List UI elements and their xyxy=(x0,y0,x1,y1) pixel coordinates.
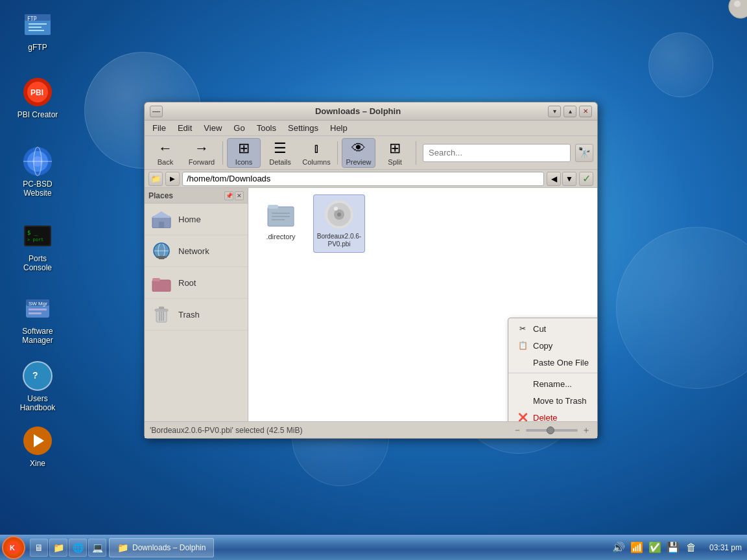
search-input[interactable] xyxy=(423,144,571,162)
svg-rect-21 xyxy=(29,309,47,310)
ctx-copy[interactable]: 📋 Copy Ctrl+C xyxy=(508,337,597,354)
zoom-slider[interactable] xyxy=(526,429,578,432)
desktop-icon-xine[interactable]: Xine xyxy=(12,425,64,468)
folder-up-icon: 📁 xyxy=(151,174,161,183)
svg-text:> port: > port xyxy=(27,237,43,242)
columns-icon: ⫾ xyxy=(313,140,320,157)
taskbar-terminal-button[interactable]: 💻 xyxy=(88,539,106,557)
file-item-bordeaux[interactable]: Bordeaux2.0.6-PV0.pbi xyxy=(313,194,365,253)
sidebar-item-home[interactable]: Home xyxy=(145,204,248,235)
taskbar-start-button[interactable]: K xyxy=(2,536,25,559)
back-icon: ← xyxy=(158,140,172,157)
dolphin-window: — Downloads – Dolphin ▾ ▴ ✕ File Edit Vi… xyxy=(144,102,598,439)
ctx-delete-label: Delete xyxy=(533,413,558,422)
tray-volume-icon[interactable]: 📶 xyxy=(629,540,645,555)
menu-go[interactable]: Go xyxy=(228,122,250,134)
toolbar-separator-2 xyxy=(337,141,338,165)
split-label: Split xyxy=(388,158,401,166)
taskbar-file-manager-button[interactable]: 📁 xyxy=(49,539,67,557)
ctx-move-to-trash[interactable]: Move to Trash Del xyxy=(508,392,597,409)
preview-icon: 👁 xyxy=(351,140,366,157)
forward-button[interactable]: → Forward xyxy=(185,138,219,168)
sidebar-close-button[interactable]: ✕ xyxy=(235,191,244,200)
ctx-rename-label: Rename... xyxy=(533,379,572,389)
desktop-icon-ports-console[interactable]: $ _ > port PortsConsole xyxy=(12,220,64,273)
location-dropdown-button[interactable]: ▼ xyxy=(562,172,576,186)
tray-network-icon[interactable]: 🔊 xyxy=(611,540,626,555)
file-item-directory[interactable]: .directory xyxy=(255,194,307,253)
svg-rect-4 xyxy=(29,27,42,28)
title-bar-right-controls: ▾ ▴ ✕ xyxy=(548,106,592,117)
location-up-button[interactable]: 📁 xyxy=(148,172,163,186)
svg-rect-5 xyxy=(29,30,44,31)
tray-usb-icon[interactable]: 💾 xyxy=(665,540,681,555)
system-tray: 🔊 📶 ✅ 💾 🗑 xyxy=(611,540,699,555)
taskbar-dolphin-window[interactable]: 📁 Downloads – Dolphin xyxy=(109,538,214,557)
desktop-icon-pcbsd[interactable]: PC-BSDWebsite xyxy=(12,146,64,198)
sidebar-item-root[interactable]: Root xyxy=(145,267,248,299)
zoom-in-button[interactable]: ＋ xyxy=(580,425,592,436)
software-manager-icon: SW Mgr xyxy=(22,293,53,324)
deco-bubble-7 xyxy=(648,32,713,97)
svg-point-60 xyxy=(334,207,338,211)
menu-file[interactable]: File xyxy=(147,122,171,134)
taskbar-quick-launch: 🖥 📁 🌐 💻 xyxy=(30,539,106,557)
status-text: 'Bordeaux2.0.6-PV0.pbi' selected (42.5 M… xyxy=(150,426,302,435)
preview-button[interactable]: 👁 Preview xyxy=(342,138,375,168)
desktop-icon-users-handbook[interactable]: ? UsersHandbook xyxy=(12,360,64,413)
svg-text:?: ? xyxy=(32,370,38,380)
ctx-rename[interactable]: Rename... F2 xyxy=(508,375,597,392)
maximize-button[interactable]: ▴ xyxy=(563,106,576,117)
details-button[interactable]: ☰ Details xyxy=(263,138,297,168)
network-icon xyxy=(151,240,172,261)
shade-button[interactable]: ▾ xyxy=(548,106,561,117)
zoom-out-button[interactable]: － xyxy=(512,425,523,436)
menu-edit[interactable]: Edit xyxy=(172,122,197,134)
taskbar-desktop-button[interactable]: 🖥 xyxy=(30,539,48,557)
desktop-icon-software-manager[interactable]: SW Mgr SoftwareManager xyxy=(12,293,64,345)
menu-view[interactable]: View xyxy=(198,122,227,134)
taskbar-dolphin-icon: 📁 xyxy=(117,542,128,553)
sidebar-pin-button[interactable]: 📌 xyxy=(224,191,233,200)
ctx-delete[interactable]: ❌ Delete Shift+Del xyxy=(508,409,597,421)
location-ok-button[interactable]: ✓ xyxy=(579,172,593,186)
delete-icon: ❌ xyxy=(517,412,528,421)
location-nav-controls: ◀ ▼ xyxy=(547,172,576,186)
icons-button[interactable]: ⊞ Icons xyxy=(227,138,261,168)
menu-tools[interactable]: Tools xyxy=(252,122,281,134)
trash-icon xyxy=(151,304,172,325)
main-content: Places 📌 ✕ Home xyxy=(145,188,597,421)
tray-update-icon[interactable]: ✅ xyxy=(647,540,663,555)
desktop: FTP gFTP PBI PBI Creator xyxy=(0,0,747,560)
sidebar-home-label: Home xyxy=(178,215,201,224)
ctx-paste-one-file[interactable]: Paste One File Ctrl+V xyxy=(508,354,597,371)
search-button[interactable]: 🔭 xyxy=(575,144,593,162)
home-folder-icon xyxy=(151,209,172,229)
split-button[interactable]: ⊞ Split xyxy=(378,138,412,168)
svg-rect-46 xyxy=(159,307,164,309)
users-handbook-label: UsersHandbook xyxy=(20,394,56,413)
minimize-button[interactable]: — xyxy=(150,106,163,117)
top-right-decoration xyxy=(715,0,747,32)
sidebar-trash-label: Trash xyxy=(178,310,200,320)
sidebar-item-trash[interactable]: Trash xyxy=(145,299,248,331)
ctx-cut[interactable]: ✂ Cut Ctrl+X xyxy=(508,320,597,337)
menu-settings[interactable]: Settings xyxy=(283,122,324,134)
location-prev-button[interactable]: ◀ xyxy=(547,172,561,186)
menu-help[interactable]: Help xyxy=(325,122,353,134)
location-nav-button[interactable]: ▶ xyxy=(165,172,180,186)
taskbar-browser-button[interactable]: 🌐 xyxy=(69,539,87,557)
sidebar-item-network[interactable]: Network xyxy=(145,235,248,267)
users-handbook-icon: ? xyxy=(22,360,53,391)
sidebar-network-label: Network xyxy=(178,246,209,256)
columns-button[interactable]: ⫾ Columns xyxy=(300,138,333,168)
close-button[interactable]: ✕ xyxy=(579,106,592,117)
back-button[interactable]: ← Back xyxy=(148,138,182,168)
desktop-icon-gftp[interactable]: FTP gFTP xyxy=(12,9,64,52)
menu-bar: File Edit View Go Tools Settings Help xyxy=(145,121,597,136)
location-path[interactable]: /home/tom/Downloads xyxy=(182,172,544,186)
file-area[interactable]: .directory Bo xyxy=(248,188,597,421)
svg-marker-33 xyxy=(151,211,172,218)
tray-trash-icon[interactable]: 🗑 xyxy=(683,540,699,555)
desktop-icon-pbi-creator[interactable]: PBI PBI Creator xyxy=(12,76,64,119)
